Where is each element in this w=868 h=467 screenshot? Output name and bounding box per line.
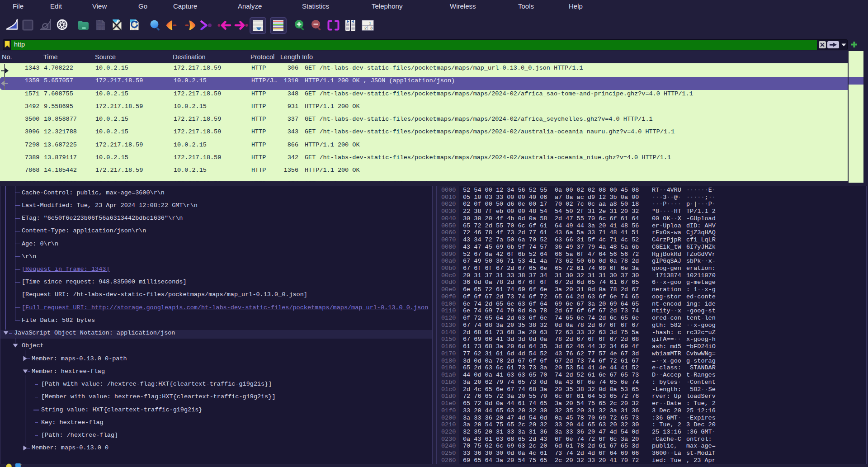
svg-text:0110: 0110 [114, 28, 119, 31]
svg-text:2: 2 [364, 26, 367, 30]
svg-text:1: 1 [369, 21, 371, 25]
svg-text:01010: 01010 [97, 28, 105, 31]
svg-text:0110: 0110 [131, 28, 137, 31]
svg-text:3: 3 [370, 26, 373, 30]
